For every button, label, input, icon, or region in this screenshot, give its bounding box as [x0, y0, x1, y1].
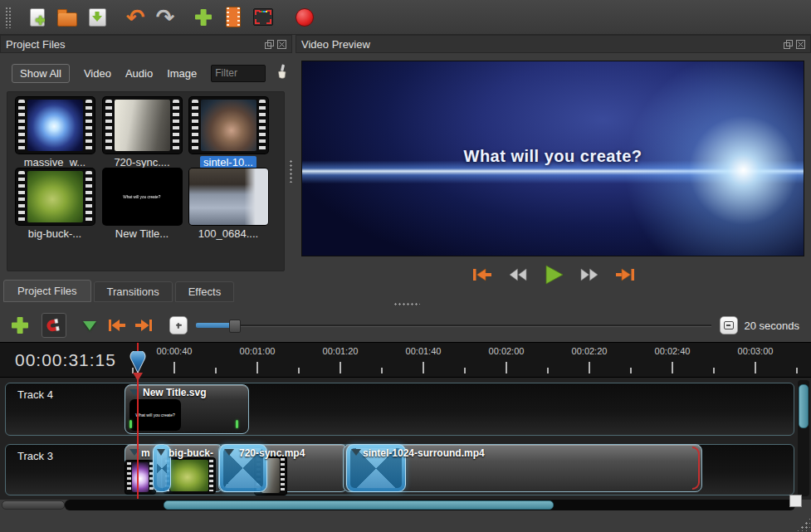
- next-marker-icon: [134, 319, 153, 332]
- toolbar-grip-handle[interactable]: [5, 7, 12, 28]
- ruler-mark: 00:00:40: [157, 346, 193, 356]
- video-thumb-art: [201, 100, 256, 151]
- zoom-in-button[interactable]: [169, 316, 188, 334]
- file-label: sintel-10...: [200, 156, 256, 168]
- timeline-ruler[interactable]: 00:00:31:15 00:00:40 00:01:00 00:01:20 0…: [0, 342, 811, 378]
- open-folder-icon: [57, 12, 77, 27]
- openshot-window: { "colors": { "selection_blue": "#2f76cf…: [0, 0, 811, 532]
- clear-filter-button[interactable]: [275, 64, 289, 83]
- file-item[interactable]: big-buck-...: [13, 168, 96, 241]
- file-label: 720-sync....: [114, 156, 169, 168]
- playback-controls: [296, 264, 811, 286]
- file-item-selected[interactable]: sintel-10...: [187, 97, 270, 169]
- filter-tab-video[interactable]: Video: [84, 67, 111, 80]
- main-toolbar: ↶ ↷: [0, 0, 811, 35]
- clip-thumbnail: [164, 458, 215, 493]
- hscroll-left-stub: [2, 500, 65, 510]
- fast-forward-button[interactable]: [577, 264, 602, 286]
- record-icon: [296, 8, 314, 27]
- add-marker-icon[interactable]: [83, 321, 96, 330]
- profile-icon: [226, 7, 241, 27]
- file-thumbnail: [189, 168, 268, 225]
- jump-end-button[interactable]: [613, 264, 638, 286]
- undo-button[interactable]: ↶: [120, 2, 150, 32]
- add-track-icon[interactable]: [12, 317, 28, 334]
- filter-input[interactable]: [211, 65, 266, 82]
- panel-splitter-handle[interactable]: [289, 159, 293, 183]
- video-overlay-text: What will you create?: [302, 147, 804, 166]
- play-button[interactable]: [541, 264, 566, 286]
- filter-tab-image[interactable]: Image: [167, 67, 197, 80]
- float-panel-button[interactable]: [784, 40, 793, 49]
- video-preview-display: What will you create?: [301, 61, 804, 256]
- tab-transitions[interactable]: Transitions: [94, 281, 173, 302]
- panel-title: Video Preview: [301, 38, 780, 51]
- video-preview-panel: Video Preview What will you create?: [296, 35, 811, 309]
- jump-end-icon: [614, 267, 636, 282]
- float-icon: [784, 40, 793, 49]
- clip-label: sintel-1024-surround.mp4: [363, 447, 485, 459]
- ruler-mark: 00:01:20: [323, 346, 359, 356]
- transition-chevron-icon[interactable]: [224, 449, 234, 456]
- file-item[interactable]: 720-sync....: [100, 97, 183, 169]
- zoom-out-button[interactable]: [720, 316, 738, 334]
- close-panel-button[interactable]: [796, 40, 805, 49]
- close-panel-button[interactable]: [277, 40, 286, 49]
- snapping-toggle-button[interactable]: [42, 313, 66, 338]
- new-project-icon: [30, 8, 45, 27]
- clip-trim-edge[interactable]: [692, 447, 700, 490]
- export-video-button[interactable]: [248, 2, 278, 32]
- filter-tab-show-all[interactable]: Show All: [12, 64, 70, 83]
- clip-handle-left[interactable]: [129, 420, 132, 428]
- clip-handle-right[interactable]: [236, 420, 238, 428]
- clip-label: New Title.svg: [143, 387, 206, 398]
- tab-project-files[interactable]: Project Files: [3, 280, 91, 302]
- next-marker-button[interactable]: [134, 319, 153, 332]
- slider-handle[interactable]: [229, 320, 241, 333]
- save-project-button[interactable]: [82, 2, 112, 32]
- filter-tab-audio[interactable]: Audio: [125, 67, 153, 80]
- timeline-tracks: Track 4 Track 3 What will you create? Ne…: [0, 378, 811, 500]
- video-thumb-art: [27, 171, 83, 222]
- vertical-scrollbar-thumb[interactable]: [799, 384, 809, 428]
- previous-marker-button[interactable]: [108, 319, 127, 332]
- file-thumbnail: [16, 168, 95, 225]
- preview-timeline-splitter-handle[interactable]: [393, 302, 420, 306]
- brush-icon: [275, 64, 289, 80]
- clip-label: big-buck-: [169, 447, 213, 459]
- jump-start-icon: [471, 267, 493, 282]
- timeline-toolbar: 20 seconds: [0, 309, 811, 342]
- timeline-zoom-slider[interactable]: [196, 318, 711, 333]
- rewind-button[interactable]: [506, 264, 530, 286]
- horizontal-scrollbar-thumb[interactable]: [164, 500, 554, 510]
- jump-start-button[interactable]: [470, 264, 495, 286]
- choose-profile-button[interactable]: [218, 2, 248, 32]
- playhead-tip-icon: [133, 373, 143, 381]
- close-icon: [796, 40, 805, 49]
- transition-chevron-icon[interactable]: [157, 449, 165, 456]
- file-label: big-buck-...: [28, 227, 81, 240]
- import-files-button[interactable]: [188, 2, 218, 32]
- scrollbar-corner: [789, 495, 802, 507]
- project-files-list: massive_w... 720-sync.... sintel-10... b…: [7, 91, 285, 271]
- file-item[interactable]: 100_0684....: [187, 168, 270, 241]
- track-row-4: Track 4: [5, 383, 794, 436]
- fast-forward-icon: [579, 267, 599, 282]
- file-thumbnail: [189, 97, 268, 154]
- new-project-button[interactable]: [22, 2, 52, 32]
- undo-icon: ↶: [126, 6, 145, 28]
- redo-button[interactable]: ↷: [150, 2, 180, 32]
- title-thumb-text: What will you create?: [123, 194, 160, 199]
- float-panel-button[interactable]: [265, 40, 274, 49]
- open-project-button[interactable]: [52, 2, 82, 32]
- tab-effects[interactable]: Effects: [175, 281, 235, 302]
- file-label: New Title...: [115, 227, 169, 240]
- file-item[interactable]: massive_w...: [13, 97, 96, 169]
- ruler-mark: 00:02:40: [655, 346, 691, 356]
- plus-badge-icon: [36, 16, 45, 25]
- transition-chevron-icon[interactable]: [351, 449, 361, 456]
- video-preview-panel-header: Video Preview: [296, 35, 811, 53]
- file-item[interactable]: What will you create? New Title...: [100, 168, 183, 241]
- window-resize-grip[interactable]: [796, 517, 810, 531]
- record-button[interactable]: [290, 2, 320, 32]
